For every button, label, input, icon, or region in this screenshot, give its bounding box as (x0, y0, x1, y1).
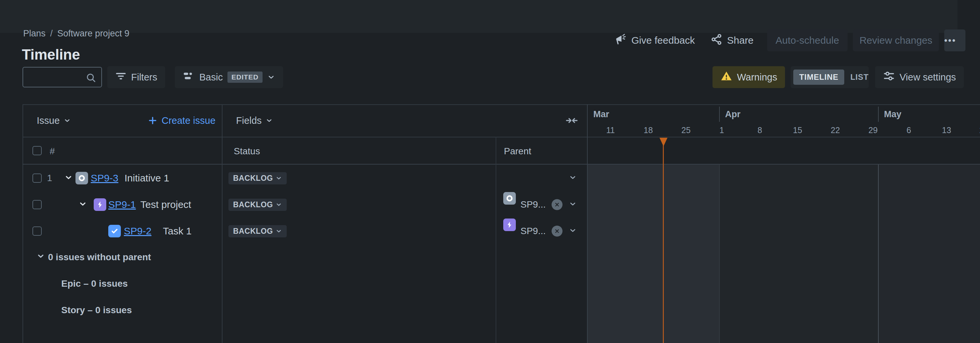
clear-parent-icon[interactable] (552, 226, 563, 237)
issue-row-sp9-1: SP9-1 Test project (22, 191, 222, 218)
toggle-list[interactable]: LIST (844, 70, 874, 85)
chevron-down-icon (266, 117, 273, 124)
chevron-down-icon (275, 228, 282, 234)
plan-timeline-screen: Plans / Software project 9 Timeline Give… (0, 0, 980, 343)
month-label: Apr (725, 109, 741, 119)
view-settings-button[interactable]: View settings (875, 66, 964, 88)
grid-header-band (0, 0, 958, 33)
parent-dropdown-chevron-icon[interactable] (569, 227, 577, 236)
plus-icon (148, 116, 158, 125)
parent-cell: SP9... (496, 218, 587, 245)
expand-chevron-icon[interactable] (78, 200, 87, 210)
row-checkbox[interactable] (32, 227, 42, 236)
create-issue-label: Create issue (162, 115, 216, 126)
row-checkbox[interactable] (32, 173, 42, 183)
warning-triangle-icon (721, 70, 732, 84)
group-bars-icon (183, 70, 195, 84)
parent-cell (496, 165, 587, 191)
status-dropdown[interactable]: BACKLOG (228, 198, 287, 211)
group-by-label: Basic (199, 72, 223, 83)
issue-key-link[interactable]: SP9-1 (108, 199, 136, 210)
column-header-parent: Parent (504, 146, 531, 157)
row-checkbox[interactable] (32, 200, 42, 209)
breadcrumb-separator: / (50, 29, 53, 39)
group-label[interactable]: 0 issues without parent (48, 252, 151, 262)
fields-dropdown-label: Fields (236, 115, 262, 126)
month-label: Mar (593, 109, 609, 119)
collapse-group-chevron-icon[interactable] (37, 252, 45, 263)
group-row-epic-breakdown: Epic – 0 issues (22, 270, 222, 297)
more-icon: ••• (944, 35, 956, 46)
date-tick: 15 (793, 125, 802, 135)
filter-icon (115, 70, 126, 84)
parent-key[interactable]: SP9... (520, 199, 546, 210)
share-button[interactable]: Share (711, 29, 754, 51)
column-header-status: Status (234, 146, 260, 157)
status-dropdown[interactable]: BACKLOG (228, 172, 287, 184)
auto-schedule-button[interactable]: Auto-schedule (767, 29, 848, 51)
parent-key[interactable]: SP9... (520, 226, 546, 237)
parent-dropdown-chevron-icon[interactable] (569, 200, 577, 209)
status-dropdown[interactable]: BACKLOG (228, 225, 287, 237)
search-input[interactable] (27, 68, 87, 87)
review-changes-label: Review changes (859, 35, 932, 46)
create-issue-button[interactable]: Create issue (148, 104, 216, 137)
breadcrumb-project-link[interactable]: Software project 9 (57, 29, 129, 39)
timeline-band-may (878, 165, 980, 343)
row-number: 1 (47, 173, 52, 183)
filters-button[interactable]: Filters (107, 66, 165, 88)
parent-cell: SP9... (496, 191, 587, 218)
status-label: BACKLOG (233, 227, 273, 236)
review-changes-button[interactable]: Review changes (853, 29, 939, 51)
collapse-icon (565, 114, 578, 127)
parent-dropdown-chevron-icon[interactable] (569, 173, 577, 183)
breadcrumb: Plans / Software project 9 (23, 29, 129, 39)
chevron-down-icon (64, 117, 71, 124)
select-all-checkbox[interactable] (32, 146, 42, 155)
issue-dropdown[interactable]: Issue (37, 104, 71, 137)
search-box (22, 67, 102, 87)
group-by-basic-button[interactable]: Basic EDITED (175, 66, 283, 88)
sliders-icon (883, 70, 895, 84)
date-tick: 22 (831, 125, 840, 135)
fields-dropdown[interactable]: Fields (236, 104, 273, 137)
chevron-down-icon (275, 201, 282, 208)
group-row-story-breakdown: Story – 0 issues (22, 297, 222, 324)
clear-parent-icon[interactable] (552, 199, 563, 210)
timeline-band-april (719, 165, 878, 343)
issue-summary[interactable]: Initiative 1 (124, 173, 169, 184)
warnings-label: Warnings (737, 72, 777, 83)
share-label: Share (727, 35, 754, 46)
status-label: BACKLOG (233, 174, 273, 183)
status-cell: BACKLOG (228, 165, 287, 191)
breadcrumb-plans-link[interactable]: Plans (23, 29, 46, 39)
issue-summary[interactable]: Test project (140, 199, 191, 210)
date-tick: 1 (719, 125, 724, 135)
warnings-button[interactable]: Warnings (713, 66, 785, 88)
issue-key-link[interactable]: SP9-3 (91, 173, 118, 184)
status-cell: BACKLOG (228, 191, 287, 218)
view-toggle: TIMELINE LIST (791, 66, 869, 88)
expand-chevron-icon[interactable] (64, 173, 73, 183)
edited-badge: EDITED (228, 71, 262, 83)
month-label: May (884, 109, 902, 119)
date-tick: 6 (907, 125, 911, 135)
more-actions-button[interactable]: ••• (944, 29, 966, 51)
parent-epic-icon (503, 219, 516, 231)
parent-initiative-icon (503, 192, 516, 205)
search-icon (86, 72, 97, 83)
issue-row-sp9-3: 1 SP9-3 Initiative 1 (22, 165, 222, 191)
date-tick: 8 (757, 125, 762, 135)
page-title: Timeline (22, 46, 80, 63)
collapse-fields-button[interactable] (565, 104, 578, 137)
toggle-timeline[interactable]: TIMELINE (793, 70, 844, 85)
date-tick: 11 (606, 125, 615, 135)
give-feedback-label: Give feedback (632, 35, 695, 46)
issue-key-link[interactable]: SP9-2 (124, 225, 151, 237)
date-tick: 29 (869, 125, 878, 135)
give-feedback-button[interactable]: Give feedback (614, 29, 695, 51)
chevron-down-icon (275, 175, 282, 181)
issue-summary[interactable]: Task 1 (163, 225, 192, 237)
issue-row-sp9-2: SP9-2 Task 1 (22, 218, 222, 245)
task-type-icon (108, 225, 121, 237)
